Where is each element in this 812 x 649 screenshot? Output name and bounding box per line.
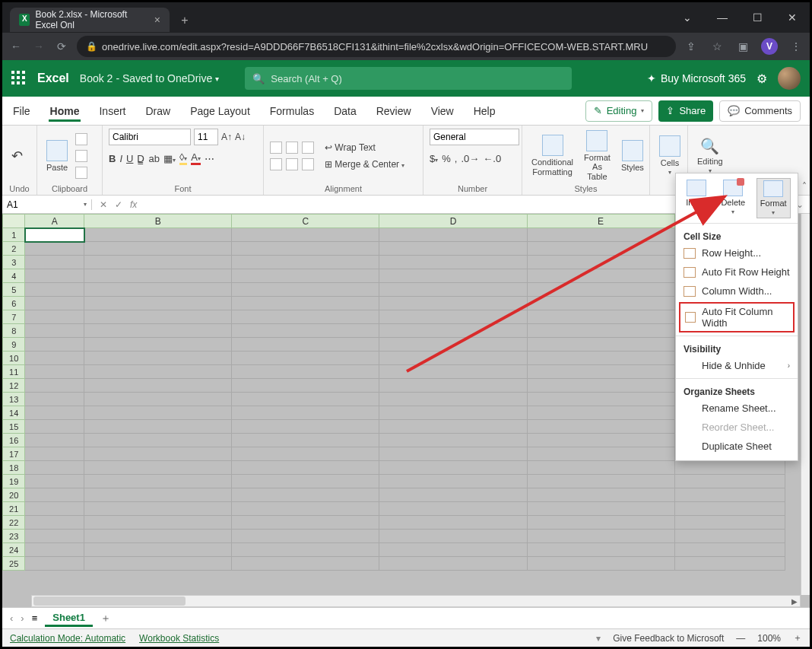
row-header[interactable]: 16 (3, 434, 25, 447)
cell[interactable] (674, 530, 785, 543)
row-header[interactable]: 12 (3, 379, 25, 393)
tab-formulas[interactable]: Formulas (268, 100, 316, 122)
cell[interactable] (84, 393, 232, 406)
tab-file[interactable]: File (11, 100, 32, 122)
cell[interactable] (379, 352, 527, 365)
cell[interactable] (84, 475, 232, 488)
menu-hide-unhide[interactable]: Hide & Unhide› (676, 356, 798, 375)
cell[interactable] (25, 242, 84, 256)
strikethrough-icon[interactable]: ab (148, 153, 159, 164)
address-bar[interactable]: 🔒 onedrive.live.com/edit.aspx?resid=A9DD… (77, 36, 676, 57)
share-url-icon[interactable]: ⇪ (684, 40, 699, 52)
new-tab-button[interactable]: + (174, 10, 195, 31)
cell[interactable] (232, 379, 379, 393)
increase-font-icon[interactable]: A↑ (221, 132, 232, 142)
cell[interactable] (25, 228, 84, 242)
calc-mode[interactable]: Calculation Mode: Automatic (10, 633, 125, 644)
cell[interactable] (25, 352, 84, 365)
underline-button[interactable]: U (126, 153, 133, 164)
search-input[interactable]: 🔍 Search (Alt + Q) (245, 67, 572, 90)
col-header[interactable]: A (25, 215, 84, 228)
cell[interactable] (84, 228, 232, 242)
double-underline-icon[interactable]: D̳ (137, 153, 144, 164)
cell[interactable] (379, 324, 527, 338)
tab-help[interactable]: Help (472, 100, 497, 122)
cell[interactable] (527, 228, 674, 242)
cell[interactable] (232, 393, 379, 406)
cell[interactable] (25, 434, 84, 447)
cell[interactable] (527, 393, 674, 406)
align-top-icon[interactable] (270, 142, 282, 154)
cell[interactable] (527, 516, 674, 530)
cell[interactable] (527, 379, 674, 393)
menu-column-width[interactable]: Column Width... (676, 282, 798, 301)
cell[interactable] (84, 338, 232, 352)
menu-rename-sheet[interactable]: Rename Sheet... (676, 399, 798, 418)
scroll-right-icon[interactable]: ▶ (789, 597, 800, 606)
cell[interactable] (232, 516, 379, 530)
cell[interactable] (232, 475, 379, 488)
tab-data[interactable]: Data (332, 100, 358, 122)
percent-icon[interactable]: % (442, 153, 451, 164)
cell[interactable] (232, 447, 379, 461)
format-painter-icon[interactable] (75, 167, 87, 179)
cell[interactable] (25, 475, 84, 488)
row-header[interactable]: 18 (3, 461, 25, 475)
cell[interactable] (232, 352, 379, 365)
align-right-icon[interactable] (302, 158, 314, 170)
cell[interactable] (674, 475, 785, 488)
cell[interactable] (379, 530, 527, 543)
decrease-font-icon[interactable]: A↓ (235, 132, 246, 142)
row-header[interactable]: 17 (3, 447, 25, 461)
cell[interactable] (84, 557, 232, 571)
cell[interactable] (379, 543, 527, 557)
cell[interactable] (527, 557, 674, 571)
extensions-icon[interactable]: ▣ (735, 40, 750, 52)
app-launcher-icon[interactable] (11, 71, 27, 86)
cell[interactable] (527, 543, 674, 557)
cut-icon[interactable] (75, 133, 87, 145)
cell[interactable] (527, 269, 674, 283)
cell[interactable] (232, 461, 379, 475)
col-header[interactable]: B (84, 215, 232, 228)
cell[interactable] (25, 283, 84, 297)
cell[interactable] (379, 406, 527, 420)
tab-close-icon[interactable]: × (154, 14, 160, 26)
cell[interactable] (84, 242, 232, 256)
cell[interactable] (84, 502, 232, 516)
window-maximize-icon[interactable]: ☐ (740, 2, 775, 33)
row-header[interactable]: 13 (3, 393, 25, 406)
cell[interactable] (25, 269, 84, 283)
cell[interactable] (232, 557, 379, 571)
add-sheet-button[interactable]: ＋ (100, 612, 111, 625)
row-header[interactable]: 2 (3, 242, 25, 256)
vertical-scrollbar[interactable] (801, 214, 810, 595)
delete-cells-button[interactable]: Delete▾ (718, 178, 748, 218)
cell[interactable] (84, 269, 232, 283)
row-header[interactable]: 22 (3, 516, 25, 530)
cell[interactable] (674, 502, 785, 516)
cell[interactable] (84, 310, 232, 324)
cell[interactable] (379, 338, 527, 352)
row-header[interactable]: 8 (3, 324, 25, 338)
browser-tab[interactable]: Book 2.xlsx - Microsoft Excel Onl × (10, 8, 170, 32)
window-chevron-down-icon[interactable]: ⌄ (670, 2, 705, 33)
cell[interactable] (527, 242, 674, 256)
format-as-table-button[interactable]: Format As Table (581, 129, 614, 182)
cell[interactable] (232, 434, 379, 447)
cell[interactable] (527, 475, 674, 488)
cell[interactable] (379, 475, 527, 488)
cell[interactable] (232, 324, 379, 338)
select-all-corner[interactable] (3, 215, 25, 228)
decrease-decimal-icon[interactable]: ←.0 (483, 153, 501, 164)
editing-button[interactable]: 🔍Editing▾ (694, 135, 726, 176)
cell[interactable] (25, 406, 84, 420)
number-format-input[interactable] (430, 129, 519, 145)
cell[interactable] (232, 242, 379, 256)
gear-icon[interactable]: ⚙ (756, 72, 767, 86)
paste-button[interactable]: Paste (43, 138, 71, 173)
tab-insert[interactable]: Insert (97, 100, 127, 122)
cell[interactable] (232, 543, 379, 557)
cell[interactable] (232, 297, 379, 310)
more-font-icon[interactable]: ⋯ (205, 153, 214, 164)
